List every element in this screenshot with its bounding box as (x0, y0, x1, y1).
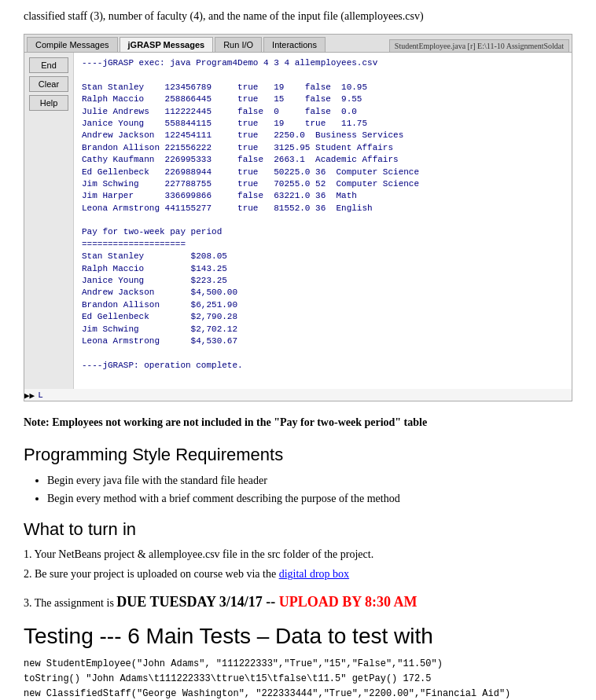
prompt-cursor: L (38, 390, 43, 400)
digital-drop-box-link[interactable]: digital drop box (279, 568, 349, 580)
tab-jgrasp-messages[interactable]: jGRASP Messages (120, 37, 214, 52)
due-bold-text: DUE TUESDAY 3/14/17 -- (116, 594, 275, 610)
ide-output: ----jGRASP exec: java Program4Demo 4 3 4… (74, 53, 572, 389)
code-line-3: new ClassifiedStaff("George Washington",… (24, 687, 572, 700)
help-button[interactable]: Help (29, 95, 68, 111)
prompt-arrow-icon: ▶▶ (24, 390, 35, 401)
code-line-2: toString() "John Adams\t111222333\ttrue\… (24, 672, 572, 687)
code-line-1: new StudentEmployee("John Adams", "11122… (24, 657, 572, 672)
end-button[interactable]: End (29, 57, 68, 73)
tab-compile-messages[interactable]: Compile Messages (27, 37, 118, 52)
note-text: Note: Employees not working are not incl… (24, 416, 427, 428)
tab-file-label: StudentEmployee.java [r] E:\11-10 Assign… (389, 39, 569, 52)
tab-interactions[interactable]: Interactions (263, 37, 326, 52)
style-heading: Programming Style Requirements (24, 445, 572, 465)
turn-in-item-2: 2. Be sure your project is uploaded on c… (24, 564, 572, 584)
tab-run-io[interactable]: Run I/O (215, 37, 262, 52)
turn-in-heading: What to turn in (24, 519, 572, 540)
due-line: 3. The assignment is DUE TUESDAY 3/14/17… (24, 589, 572, 614)
style-bullet-list: Begin every java file with the standard … (47, 471, 572, 509)
ide-window: Compile Messages jGRASP Messages Run I/O… (24, 34, 572, 401)
turn-in-items: 1. Your NetBeans project & allemployee.c… (24, 544, 572, 584)
style-bullet-2: Begin every method with a brief comment … (47, 489, 572, 508)
ide-prompt-bar: ▶▶ L (24, 390, 572, 401)
testing-heading: Testing --- 6 Main Tests – Data to test … (24, 624, 572, 649)
clear-button[interactable]: Clear (29, 76, 68, 92)
ide-body: End Clear Help ----jGRASP exec: java Pro… (24, 53, 572, 389)
ide-sidebar: End Clear Help (24, 53, 74, 389)
turn-in-item-1: 1. Your NetBeans project & allemployee.c… (24, 544, 572, 564)
style-bullet-1: Begin every java file with the standard … (47, 471, 572, 490)
note-box: Note: Employees not working are not incl… (24, 414, 572, 431)
intro-text: classified staff (3), number of faculty … (24, 8, 572, 24)
due-red-text: UPLOAD BY 8:30 AM (275, 594, 417, 610)
due-prefix: 3. The assignment is (24, 597, 116, 609)
ide-tabs: Compile Messages jGRASP Messages Run I/O… (24, 35, 572, 53)
testing-code-block: new StudentEmployee("John Adams", "11122… (24, 657, 572, 700)
